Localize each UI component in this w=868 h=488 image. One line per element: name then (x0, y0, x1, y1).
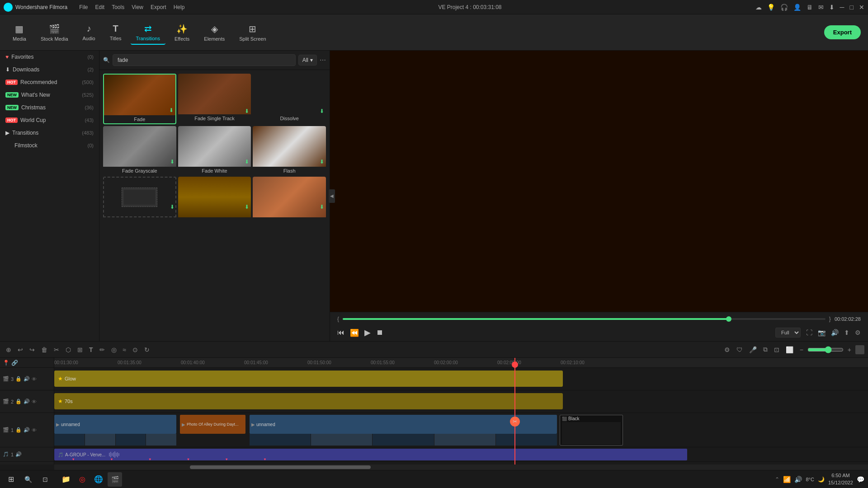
transition-item-fade[interactable]: ⬇ Fade (103, 74, 176, 124)
timeline-scrubber[interactable] (343, 318, 826, 320)
track2-lock-icon[interactable]: 🔒 (15, 399, 22, 404)
tray-volume-icon[interactable]: 🔊 (794, 476, 802, 483)
zoom-in-icon[interactable]: + (845, 345, 854, 355)
timeline-ruler[interactable]: 00:01:30:00 00:01:35:00 00:01:40:00 00:0… (54, 358, 868, 368)
audio1-volume-icon[interactable]: 🔊 (15, 451, 22, 457)
toolbar-transitions[interactable]: ⇄ Transitions (131, 20, 165, 45)
start-button[interactable]: ⊞ (4, 472, 18, 487)
pen-tool[interactable]: ✏ (97, 345, 107, 355)
filter-dropdown[interactable]: All ▾ (298, 55, 317, 66)
taskbar-search-button[interactable]: 🔍 (21, 472, 35, 487)
track1-eye-icon[interactable]: 👁 (32, 427, 37, 433)
transition-item-fade-grayscale[interactable]: ⬇ Fade Grayscale (103, 126, 176, 175)
skip-back-button[interactable]: ⏮ (337, 328, 344, 337)
transition-item-fade-single[interactable]: ⬇ Fade Single Track (178, 74, 251, 124)
ai-icon[interactable]: ⚙ (855, 329, 861, 336)
toolbar-stock-media[interactable]: 🎬 Stock Media (35, 21, 74, 44)
tray-network-icon[interactable]: 📶 (783, 476, 791, 483)
menu-view[interactable]: View (132, 4, 143, 10)
speed-tool[interactable]: ⊙ (130, 345, 140, 355)
shape-tool[interactable]: ◎ (109, 345, 119, 355)
track1-volume-icon[interactable]: 🔊 (24, 427, 30, 433)
fullscreen-icon[interactable]: ⛶ (806, 329, 812, 336)
sidebar-item-world-cup[interactable]: HOT World Cup (43) (0, 114, 99, 127)
crop-tool[interactable]: ⬡ (63, 345, 73, 355)
sidebar-item-downloads[interactable]: ⬇ Downloads (2) (0, 63, 99, 76)
taskbar-widgets-button[interactable]: ⊡ (38, 472, 52, 487)
transition-item-flash[interactable]: ⬇ Flash (253, 126, 326, 175)
transition-item-fade-white[interactable]: ⬇ Fade White (178, 126, 251, 175)
speaker-icon[interactable]: 🔊 (831, 329, 839, 336)
scissors-marker[interactable]: ✂ (510, 417, 520, 427)
track2-eye-icon[interactable]: 👁 (32, 399, 37, 404)
sidebar-item-recommended[interactable]: HOT Recommended (500) (0, 76, 99, 89)
quality-selector[interactable]: Full 1/2 1/4 (775, 328, 801, 338)
audio-tool[interactable]: ≈ (121, 345, 129, 355)
menu-export[interactable]: Export (151, 4, 166, 10)
toolbar-audio[interactable]: ♪ Audio (77, 21, 101, 44)
display-icon[interactable]: 🖥 (807, 4, 813, 11)
menu-tools[interactable]: Tools (112, 4, 124, 10)
sidebar-item-filmstock[interactable]: Filmstock (0) (0, 139, 99, 152)
close-button[interactable]: ✕ (859, 4, 864, 11)
sidebar-item-christmas[interactable]: NEW Christmas (36) (0, 101, 99, 114)
maximize-button[interactable]: □ (850, 4, 854, 11)
sidebar-item-favorites[interactable]: ♥ Favorites (0) (0, 51, 99, 63)
transform-tool[interactable]: ⊞ (75, 345, 85, 355)
clip-unnamed1[interactable]: ▶ unnamed (54, 415, 176, 434)
track3-volume-icon[interactable]: 🔊 (24, 376, 30, 382)
notification-icon[interactable]: 💬 (857, 476, 864, 483)
bracket-left-icon[interactable]: { (337, 316, 339, 322)
select-tool[interactable]: ⊕ (4, 345, 14, 355)
mail-icon[interactable]: ✉ (818, 4, 824, 11)
tray-arrow-icon[interactable]: ⌃ (775, 476, 779, 483)
taskbar-app-filmora[interactable]: 🎬 (108, 472, 122, 487)
crop2-icon[interactable]: ⬜ (783, 345, 796, 355)
search-input[interactable] (113, 54, 296, 66)
shield-icon[interactable]: 🛡 (734, 345, 745, 355)
menu-file[interactable]: File (79, 4, 88, 10)
track3-lock-icon[interactable]: 🔒 (15, 376, 22, 382)
rotation-tool[interactable]: ↻ (142, 345, 152, 355)
scrollbar-thumb[interactable] (190, 465, 371, 469)
menu-help[interactable]: Help (174, 4, 185, 10)
transition-item-blank2[interactable]: ⬇ (178, 177, 251, 220)
delete-button[interactable]: 🗑 (39, 345, 50, 355)
text-tool[interactable]: T (87, 345, 95, 355)
pin-icon[interactable]: 📍 (3, 360, 9, 366)
avatar-icon[interactable]: 👤 (793, 4, 801, 11)
screenshot-icon[interactable]: 📷 (818, 329, 826, 336)
transition-item-blank1[interactable]: ⬇ (103, 177, 176, 220)
panel-collapse-button[interactable]: ◀ (329, 189, 335, 203)
taskbar-app-chrome[interactable]: 🌐 (91, 472, 106, 487)
bracket-right-icon[interactable]: } (829, 316, 831, 322)
playhead-marker[interactable] (512, 361, 518, 368)
track3-eye-icon[interactable]: 👁 (32, 376, 37, 382)
clip-black[interactable]: ⬛ Black (560, 415, 623, 446)
transition-item-blank3[interactable]: ⬇ (253, 177, 326, 220)
stop-button[interactable]: ⏹ (376, 328, 383, 337)
cloud-icon[interactable]: ☁ (755, 4, 762, 11)
transition-item-dissolve[interactable]: ⬇ Dissolve (253, 74, 326, 124)
cut-button[interactable]: ✂ (52, 345, 61, 355)
clip-audio-group[interactable]: 🎵 A-GROUP - Verve... (54, 449, 687, 460)
zoom-slider[interactable] (807, 346, 844, 353)
settings-icon[interactable]: ⚙ (722, 345, 732, 355)
taskbar-app-explorer[interactable]: 📁 (59, 472, 73, 487)
track1-lock-icon[interactable]: 🔒 (15, 427, 22, 433)
download-icon[interactable]: ⬇ (829, 4, 835, 11)
grid-view-icon[interactable]: ⋯ (320, 56, 326, 64)
taskbar-app-opera[interactable]: ◎ (75, 472, 90, 487)
toolbar-elements[interactable]: ◈ Elements (198, 21, 230, 44)
toolbar-effects[interactable]: ✨ Effects (169, 21, 195, 44)
play-button[interactable]: ▶ (364, 328, 371, 338)
export-button[interactable]: Export (824, 25, 861, 39)
toolbar-media[interactable]: ▦ Media (7, 21, 32, 44)
magnet-icon[interactable]: ⊡ (772, 345, 782, 355)
menu-edit[interactable]: Edit (95, 4, 105, 10)
redo-button[interactable]: ↪ (27, 345, 37, 355)
zoom-out-icon[interactable]: − (797, 345, 806, 355)
undo-button[interactable]: ↩ (15, 345, 25, 355)
lamp-icon[interactable]: 💡 (767, 4, 775, 11)
track2-volume-icon[interactable]: 🔊 (24, 399, 30, 404)
